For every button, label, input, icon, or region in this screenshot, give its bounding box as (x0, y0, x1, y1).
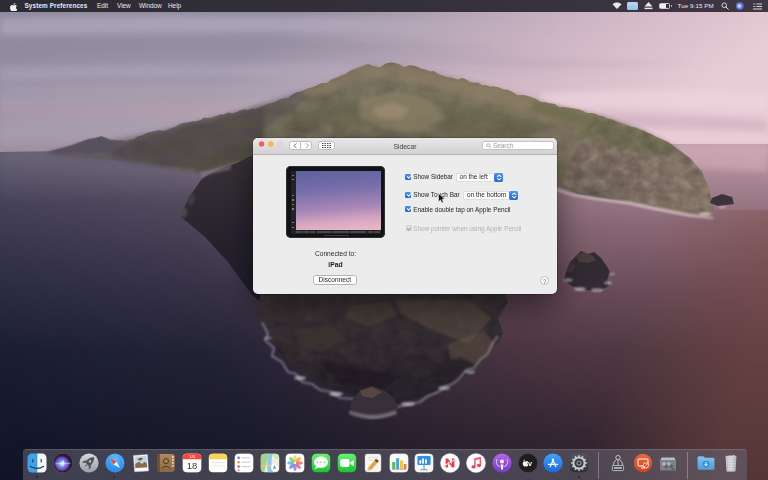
svg-text:18: 18 (187, 460, 198, 471)
svg-text:JUN: JUN (189, 455, 195, 459)
